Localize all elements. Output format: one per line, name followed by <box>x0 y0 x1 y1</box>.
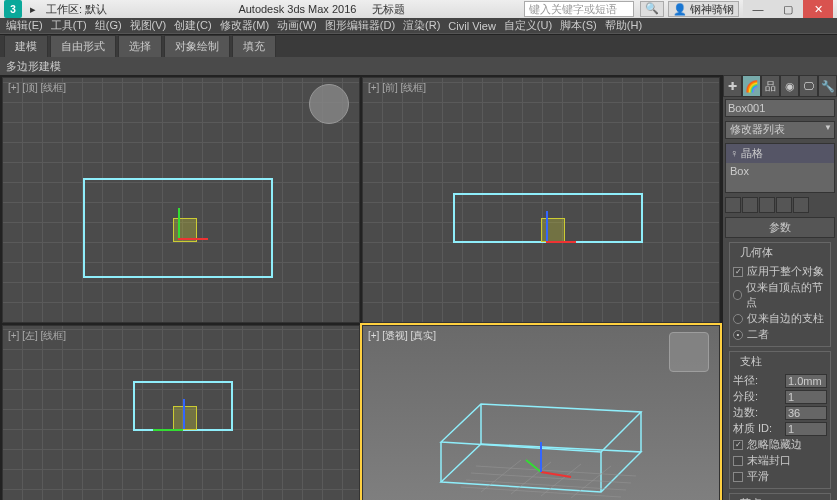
document-title: 无标题 <box>372 3 405 15</box>
group-struts-label: 支柱 <box>737 354 765 369</box>
viewport-top[interactable]: [+] [顶] [线框] <box>2 77 360 323</box>
viewcube-icon[interactable] <box>309 84 349 124</box>
ignore-hidden-checkbox[interactable]: ✓忽略隐藏边 <box>733 437 827 452</box>
end-caps-checkbox[interactable]: 末端封口 <box>733 453 827 468</box>
create-panel-icon[interactable]: ✚ <box>723 75 742 97</box>
menu-group[interactable]: 组(G) <box>93 18 124 33</box>
tab-selection[interactable]: 选择 <box>118 35 162 57</box>
search-icon[interactable]: 🔍 <box>640 1 664 17</box>
struts-only-radio[interactable]: 仅来自边的支柱 <box>733 311 827 326</box>
ribbon-panel-label: 多边形建模 <box>0 57 837 75</box>
menu-scripting[interactable]: 脚本(S) <box>558 18 599 33</box>
hierarchy-panel-icon[interactable]: 品 <box>761 75 780 97</box>
group-geometry-label: 几何体 <box>737 245 776 260</box>
modifier-list-dropdown[interactable]: 修改器列表 <box>725 121 835 139</box>
segments-label: 分段: <box>733 389 782 404</box>
app-title: Autodesk 3ds Max 2016 <box>238 3 356 15</box>
object-name-field[interactable]: Box001 <box>725 99 835 117</box>
group-joints-label: 节点 <box>737 496 765 500</box>
radius-label: 半径: <box>733 373 782 388</box>
menu-help[interactable]: 帮助(H) <box>603 18 644 33</box>
command-panel: ✚ 🌈 品 ◉ 🖵 🔧 Box001 修改器列表 ♀ 晶格 Box 参数 <box>722 75 837 500</box>
gizmo-plane <box>541 218 565 242</box>
app-logo-icon: 3 <box>4 0 22 18</box>
utilities-panel-icon[interactable]: 🔧 <box>818 75 837 97</box>
svg-line-13 <box>571 466 611 498</box>
tab-modeling[interactable]: 建模 <box>4 35 48 57</box>
pin-stack-icon[interactable] <box>725 197 741 213</box>
sides-label: 边数: <box>733 405 782 420</box>
radius-spinner[interactable]: 1.0mm <box>785 374 827 388</box>
menu-civilview[interactable]: Civil View <box>446 20 497 32</box>
smooth-checkbox[interactable]: 平滑 <box>733 469 827 484</box>
menu-views[interactable]: 视图(V) <box>128 18 169 33</box>
joints-only-radio[interactable]: 仅来自顶点的节点 <box>733 280 827 310</box>
window-minimize-button[interactable]: — <box>743 0 773 18</box>
viewport-top-label[interactable]: [+] [顶] [线框] <box>8 81 66 95</box>
menu-tools[interactable]: 工具(T) <box>49 18 89 33</box>
gizmo-plane <box>173 406 197 430</box>
workspace-label[interactable]: 工作区: 默认 <box>46 2 107 17</box>
sides-spinner[interactable]: 36 <box>785 406 827 420</box>
show-end-result-icon[interactable] <box>742 197 758 213</box>
ribbon-tabs: 建模 自由形式 选择 对象绘制 填充 <box>0 35 837 57</box>
help-search-input[interactable]: 键入关键字或短语 <box>524 1 634 17</box>
matid-label: 材质 ID: <box>733 421 782 436</box>
configure-sets-icon[interactable] <box>793 197 809 213</box>
menubar: 编辑(E) 工具(T) 组(G) 视图(V) 创建(C) 修改器(M) 动画(W… <box>0 18 837 33</box>
menu-rendering[interactable]: 渲染(R) <box>401 18 442 33</box>
titlebar: 3 ▸ 工作区: 默认 Autodesk 3ds Max 2016 无标题 键入… <box>0 0 837 18</box>
menu-modifiers[interactable]: 修改器(M) <box>218 18 272 33</box>
modify-panel-icon[interactable]: 🌈 <box>742 75 761 97</box>
remove-modifier-icon[interactable] <box>776 197 792 213</box>
display-panel-icon[interactable]: 🖵 <box>799 75 818 97</box>
window-close-button[interactable]: ✕ <box>803 0 833 18</box>
tab-freeform[interactable]: 自由形式 <box>50 35 116 57</box>
svg-line-14 <box>541 472 571 477</box>
menu-customize[interactable]: 自定义(U) <box>502 18 554 33</box>
viewport-perspective[interactable]: [+] [透视] [真实] <box>362 325 720 501</box>
modifier-stack-item[interactable]: ♀ 晶格 <box>726 144 834 163</box>
make-unique-icon[interactable] <box>759 197 775 213</box>
svg-line-15 <box>526 460 541 472</box>
arrow-icon[interactable]: ▸ <box>30 3 36 16</box>
tab-object-paint[interactable]: 对象绘制 <box>164 35 230 57</box>
apply-whole-checkbox[interactable]: ✓应用于整个对象 <box>733 264 827 279</box>
modifier-stack-item[interactable]: Box <box>726 163 834 179</box>
signin-button[interactable]: 👤 钢神骑钢 <box>668 1 739 17</box>
menu-graph-editors[interactable]: 图形编辑器(D) <box>323 18 397 33</box>
viewport-area: [+] [顶] [线框] [+] [前] [线框] [+] [左] [线框] <box>0 75 722 500</box>
svg-line-12 <box>541 464 581 496</box>
menu-create[interactable]: 创建(C) <box>172 18 213 33</box>
viewcube-icon[interactable] <box>669 332 709 372</box>
viewport-front-label[interactable]: [+] [前] [线框] <box>368 81 426 95</box>
segments-spinner[interactable]: 1 <box>785 390 827 404</box>
menu-animation[interactable]: 动画(W) <box>275 18 319 33</box>
window-maximize-button[interactable]: ▢ <box>773 0 803 18</box>
menu-edit[interactable]: 编辑(E) <box>4 18 45 33</box>
box-3d <box>411 372 671 500</box>
tab-populate[interactable]: 填充 <box>232 35 276 57</box>
rollout-params-title[interactable]: 参数 <box>725 217 835 238</box>
matid-spinner[interactable]: 1 <box>785 422 827 436</box>
viewport-front[interactable]: [+] [前] [线框] <box>362 77 720 323</box>
both-radio[interactable]: •二者 <box>733 327 827 342</box>
viewport-left[interactable]: [+] [左] [线框] <box>2 325 360 501</box>
motion-panel-icon[interactable]: ◉ <box>780 75 799 97</box>
viewport-left-label[interactable]: [+] [左] [线框] <box>8 329 66 343</box>
viewport-persp-label[interactable]: [+] [透视] [真实] <box>368 329 436 343</box>
